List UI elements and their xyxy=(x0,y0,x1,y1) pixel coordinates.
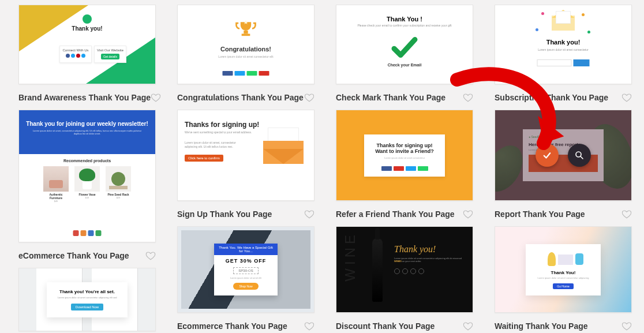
envelope-icon xyxy=(263,132,304,164)
thumb-heading: Thank You! xyxy=(530,270,596,275)
template-card-waiting[interactable]: Thank You! Lorem ipsum dolor sit amet co… xyxy=(495,226,632,313)
heart-icon[interactable] xyxy=(304,321,314,331)
template-title: Subscription Thank You Page xyxy=(495,93,608,102)
template-card-ecommerce[interactable]: Thank you for joining our weekly newslet… xyxy=(18,110,156,242)
thumb-heading: Thank you! You're all set. xyxy=(51,289,123,294)
template-card-congrats[interactable]: Congratulations! Lorem ipsum dolor sit a… xyxy=(177,5,314,84)
heart-icon[interactable] xyxy=(151,92,161,103)
thumbnail: Thank You! Lorem ipsum dolor sit amet co… xyxy=(495,227,631,312)
template-card-allset[interactable]: Thank you! You're all set. Lorem ipsum d… xyxy=(18,268,156,331)
heart-icon[interactable] xyxy=(304,92,314,103)
thumb-heading: Thank you for joining our weekly newslet… xyxy=(19,121,155,127)
template-title: Brand Awareness Thank You Page xyxy=(18,93,151,102)
template-title: Ecommerce Thank You Page xyxy=(177,321,287,331)
heart-icon[interactable] xyxy=(304,209,314,219)
thumbnail: Thank You ! Please check your email to c… xyxy=(336,5,473,84)
thumbnail: WINE Thank you! Lorem ipsum dolor sit am… xyxy=(336,227,473,312)
template-card-discount[interactable]: WINE Thank you! Lorem ipsum dolor sit am… xyxy=(336,226,473,313)
template-title: Refer a Friend Thank You Page xyxy=(336,209,455,219)
template-card-brand[interactable]: Thank you! Connect With Us Visit Our Web… xyxy=(18,5,156,84)
template-title: Discount Thank You Page xyxy=(336,321,435,331)
template-title: Congratulations Thank You Page xyxy=(177,93,304,102)
preview-template-button[interactable] xyxy=(568,144,591,167)
svg-rect-1 xyxy=(242,34,250,36)
template-title: Waiting Thank You Page xyxy=(495,321,588,331)
heart-icon[interactable] xyxy=(621,92,632,103)
checkmark-icon xyxy=(389,32,420,65)
svg-rect-0 xyxy=(244,31,248,34)
heart-icon[interactable] xyxy=(145,250,156,261)
heart-icon[interactable] xyxy=(463,321,473,331)
template-card-signup[interactable]: Thanks for signing up! We've sent someth… xyxy=(177,110,314,201)
thumbnail: ● SeedProd Here's your free report Lorem… xyxy=(495,110,631,200)
template-card-refer[interactable]: Thanks for signing up! Want to invite a … xyxy=(336,110,473,201)
svg-line-4 xyxy=(581,156,583,159)
thumb-heading: Thank you! xyxy=(394,244,463,255)
template-title: eCommerce Thank You Page xyxy=(18,251,129,260)
template-card-ecommerce2[interactable]: Thank You. We Have a Special Gift for Yo… xyxy=(177,226,314,313)
select-template-button[interactable] xyxy=(536,144,559,167)
thumbnail: Congratulations! Lorem ipsum dolor sit a… xyxy=(178,5,314,84)
template-title: Report Thank You Page xyxy=(495,209,585,219)
thumbnail: Thank you! Connect With Us Visit Our Web… xyxy=(19,5,155,84)
heart-icon[interactable] xyxy=(463,92,473,103)
heart-icon[interactable] xyxy=(621,321,632,331)
thumb-heading: Congratulations! xyxy=(178,46,314,53)
svg-point-3 xyxy=(576,152,581,157)
template-card-report[interactable]: ● SeedProd Here's your free report Lorem… xyxy=(495,110,632,201)
heart-icon[interactable] xyxy=(463,209,473,219)
heart-icon[interactable] xyxy=(621,209,632,219)
template-card-subscription[interactable]: Thank you! Lorem ipsum dolor sit amet co… xyxy=(495,5,632,84)
thumbnail: Thank You. We Have a Special Gift for Yo… xyxy=(178,227,314,312)
thumb-heading: Thanks for signing up! Want to invite a … xyxy=(370,143,439,154)
template-card-check[interactable]: Thank You ! Please check your email to c… xyxy=(336,5,473,84)
thumb-heading: Thank You ! xyxy=(336,16,473,23)
thumbnail: Thank you! You're all set. Lorem ipsum d… xyxy=(19,268,155,331)
trophy-icon xyxy=(233,18,259,46)
template-gallery: Thank you! Connect With Us Visit Our Web… xyxy=(7,5,637,328)
thumb-heading: Thank you! xyxy=(495,39,631,46)
thumbnail: Thank you! Lorem ipsum dolor sit amet co… xyxy=(495,5,631,84)
thumb-heading: Thank you! xyxy=(72,25,102,32)
thumbnail: Thanks for signing up! We've sent someth… xyxy=(178,110,314,200)
thumb-sub: Check your Email xyxy=(336,63,473,67)
template-title: Sign Up Thank You Page xyxy=(177,209,272,219)
thumbnail: Thanks for signing up! Want to invite a … xyxy=(336,110,473,200)
envelope-icon xyxy=(552,16,575,33)
thumbnail: Thank you for joining our weekly newslet… xyxy=(19,110,155,242)
template-title: Check Mark Thank You Page xyxy=(336,93,445,102)
